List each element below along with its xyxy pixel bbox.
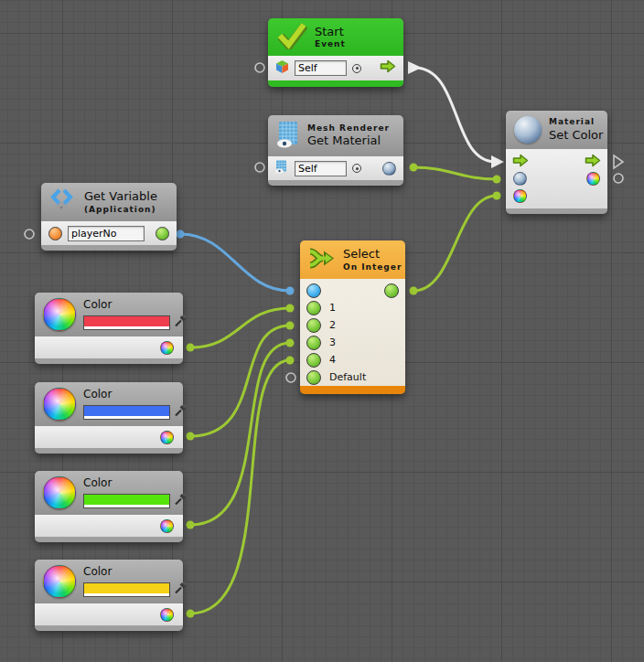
node-get-material[interactable]: Mesh Renderer Get Material Self xyxy=(268,115,403,186)
option-label: Default xyxy=(329,371,366,383)
wire-dot xyxy=(187,432,195,441)
target-self-field[interactable]: Self xyxy=(295,161,347,176)
node-select-on-integer[interactable]: Select On Integer 1 2 3 4 xyxy=(300,240,405,394)
color-swatch[interactable] xyxy=(83,315,170,330)
node-title: Color xyxy=(83,388,188,401)
node-color-3[interactable]: Color xyxy=(35,471,183,542)
node-subtitle: On Integer xyxy=(343,262,402,272)
option-1-port[interactable] xyxy=(306,301,321,315)
color-output-port[interactable] xyxy=(160,431,174,444)
field-value: playerNo xyxy=(71,228,117,240)
node-title: Color xyxy=(83,565,188,579)
node-set-color[interactable]: Material Set Color xyxy=(506,111,607,214)
wire-dot xyxy=(410,287,418,295)
material-output-port[interactable] xyxy=(382,162,396,176)
node-color-2[interactable]: Color xyxy=(35,382,183,454)
variable-name-port[interactable] xyxy=(48,227,62,240)
graph-canvas[interactable]: Start Event Self xyxy=(0,0,644,662)
wire-getvariable-to-select[interactable] xyxy=(180,234,290,291)
node-get-variable[interactable]: Get Variable (Application) playerNo xyxy=(41,183,177,251)
game-object-cube-icon xyxy=(275,59,289,78)
mesh-renderer-icon xyxy=(276,121,300,152)
wire-dot xyxy=(286,287,295,295)
selection-output-port[interactable] xyxy=(384,283,399,298)
field-value: Self xyxy=(298,62,317,74)
node-title: Set Color xyxy=(549,128,603,143)
unconnected-flow-indicator[interactable] xyxy=(614,155,623,168)
node-title: Color xyxy=(83,476,188,490)
node-start-event[interactable]: Start Event Self xyxy=(268,18,403,87)
color-wheel-icon xyxy=(43,565,76,598)
option-label: 2 xyxy=(329,319,336,331)
eyedropper-icon[interactable] xyxy=(174,403,188,422)
unconnected-input-indicator[interactable] xyxy=(25,230,34,239)
node-title: Start xyxy=(315,25,346,39)
eyedropper-icon[interactable] xyxy=(174,581,188,599)
check-icon xyxy=(276,22,307,53)
unconnected-input-indicator[interactable] xyxy=(286,373,295,382)
color-output-port[interactable] xyxy=(586,172,600,186)
mesh-renderer-small-icon xyxy=(275,160,289,177)
target-icon[interactable] xyxy=(352,64,361,73)
wire-dot xyxy=(286,322,295,330)
wire-dot xyxy=(286,339,295,347)
target-self-field[interactable]: Self xyxy=(295,60,347,76)
option-label: 4 xyxy=(329,354,336,366)
color-wheel-icon xyxy=(43,298,76,331)
unconnected-input-indicator[interactable] xyxy=(255,63,264,72)
material-sphere-icon xyxy=(514,116,542,144)
color-output-port[interactable] xyxy=(160,608,174,622)
color-wheel-icon xyxy=(43,476,76,509)
variable-brackets-icon xyxy=(49,187,77,218)
node-color-4[interactable]: Color xyxy=(35,560,183,631)
target-icon[interactable] xyxy=(352,164,361,173)
flow-output-port[interactable] xyxy=(380,59,396,77)
flow-input-port[interactable] xyxy=(512,154,529,171)
wire-color2-to-select[interactable] xyxy=(190,326,290,436)
option-3-port[interactable] xyxy=(306,336,321,350)
node-subtitle: Material xyxy=(549,117,603,127)
option-4-port[interactable] xyxy=(306,353,321,368)
selector-input-port[interactable] xyxy=(306,283,321,298)
node-title: Get Material xyxy=(307,133,390,148)
material-input-port[interactable] xyxy=(513,172,527,186)
option-default-port[interactable] xyxy=(306,370,321,385)
flow-output-port[interactable] xyxy=(585,154,601,171)
node-title: Color xyxy=(83,298,188,312)
unconnected-output-indicator[interactable] xyxy=(614,174,623,183)
color-swatch[interactable] xyxy=(83,405,170,420)
color-swatch[interactable] xyxy=(83,582,170,597)
node-color-1[interactable]: Color xyxy=(35,293,183,364)
eyedropper-icon[interactable] xyxy=(174,492,188,510)
node-title: Select xyxy=(343,247,402,262)
wire-dot xyxy=(187,521,195,529)
variable-value-output-port[interactable] xyxy=(156,227,169,240)
wire-dot xyxy=(410,164,418,172)
unconnected-input-indicator[interactable] xyxy=(255,163,264,172)
variable-name-field[interactable]: playerNo xyxy=(68,226,145,241)
option-label: 3 xyxy=(329,336,336,348)
node-subtitle: Event xyxy=(315,39,346,49)
field-value: Self xyxy=(298,163,317,175)
wire-start-arrowhead-source xyxy=(408,61,422,74)
option-label: 1 xyxy=(329,302,336,314)
wire-dot xyxy=(187,344,195,352)
wire-dot xyxy=(187,610,195,618)
node-subtitle: Mesh Renderer xyxy=(307,123,390,133)
color-output-port[interactable] xyxy=(160,519,174,533)
color-output-port[interactable] xyxy=(160,341,174,355)
eyedropper-icon[interactable] xyxy=(174,314,188,332)
wire-dot xyxy=(493,192,501,200)
wire-getmaterial-to-setcolor[interactable] xyxy=(413,167,497,179)
color-wheel-icon xyxy=(43,388,76,421)
wire-dot xyxy=(493,176,501,184)
wire-start-to-setcolor[interactable] xyxy=(414,68,496,162)
wire-dot xyxy=(177,230,185,239)
select-merge-icon xyxy=(308,247,336,273)
color-input-port[interactable] xyxy=(513,189,527,203)
wire-select-to-setcolor[interactable] xyxy=(413,196,497,291)
node-subtitle: (Application) xyxy=(84,205,157,215)
option-2-port[interactable] xyxy=(306,318,321,333)
color-swatch[interactable] xyxy=(83,494,170,508)
wire-dot xyxy=(286,357,295,365)
